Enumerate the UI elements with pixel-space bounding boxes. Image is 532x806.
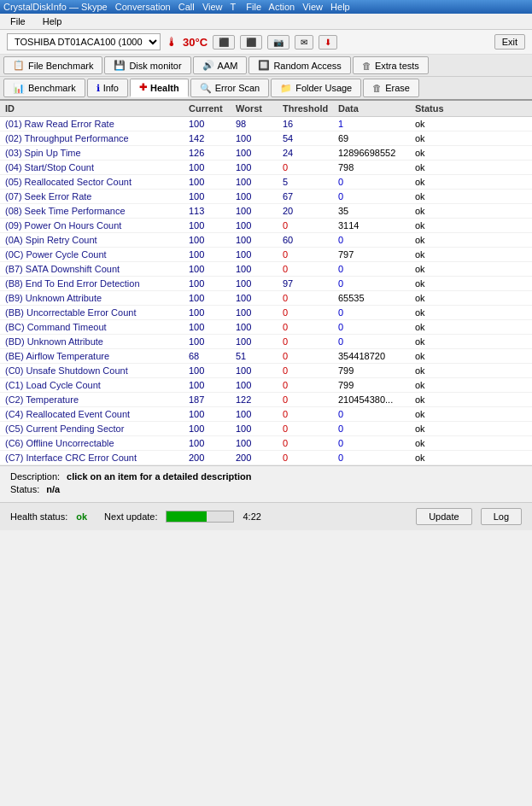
table-row[interactable]: (C2) Temperature 187 122 0 210454380... … <box>0 393 532 407</box>
row-id: (B8) End To End Error Detection <box>3 278 187 289</box>
row-threshold: 0 <box>281 351 336 361</box>
row-id: (B9) Unknown Attribute <box>3 293 187 303</box>
copy-btn2[interactable]: ⬛ <box>240 35 262 50</box>
exit-button[interactable]: Exit <box>494 34 525 50</box>
table-row[interactable]: (C6) Offline Uncorrectable 100 100 0 0 o… <box>0 436 532 451</box>
table-row[interactable]: (09) Power On Hours Count 100 100 0 3114… <box>0 219 532 233</box>
table-row[interactable]: (BC) Command Timeout 100 100 0 0 ok <box>0 320 532 335</box>
row-id: (0A) Spin Retry Count <box>3 235 187 245</box>
tab-folder-usage[interactable]: 📁 Folder Usage <box>271 79 361 97</box>
row-threshold: 20 <box>281 206 336 216</box>
table-row[interactable]: (07) Seek Error Rate 100 100 67 0 ok <box>0 190 532 204</box>
description-value: click on an item for a detailed descript… <box>67 471 251 482</box>
row-data: 0 <box>336 409 413 419</box>
menu-file[interactable]: File <box>7 15 29 27</box>
table-row[interactable]: (B7) SATA Downshift Count 100 100 0 0 ok <box>0 262 532 277</box>
menu-help[interactable]: Help <box>39 15 66 27</box>
table-row[interactable]: (03) Spin Up Time 126 100 24 12896698552… <box>0 146 532 161</box>
row-worst: 100 <box>234 264 281 274</box>
row-id: (C2) Temperature <box>3 394 187 405</box>
row-current: 100 <box>187 177 234 187</box>
table-row[interactable]: (BD) Unknown Attribute 100 100 0 0 ok <box>0 335 532 349</box>
row-id: (01) Raw Read Error Rate <box>3 119 187 129</box>
table-row[interactable]: (C4) Reallocated Event Count 100 100 0 0… <box>0 407 532 422</box>
row-worst: 100 <box>234 423 281 434</box>
update-button[interactable]: Update <box>416 508 471 525</box>
log-button[interactable]: Log <box>481 508 522 525</box>
row-id: (BB) Uncorrectable Error Count <box>3 307 187 318</box>
row-threshold: 0 <box>281 293 336 303</box>
health-status-label: Health status: <box>10 511 67 522</box>
row-data: 0 <box>336 423 413 434</box>
tab-error-scan[interactable]: 🔍 Error Scan <box>190 79 270 97</box>
row-id: (C1) Load Cycle Count <box>3 380 187 390</box>
toolbar: TOSHIBA DT01ACA100 (1000 gB) 🌡 30°C ⬛ ⬛ … <box>0 30 532 55</box>
table-row[interactable]: (0C) Power Cycle Count 100 100 0 797 ok <box>0 248 532 262</box>
tab-random-access[interactable]: 🔲 Random Access <box>248 56 350 74</box>
row-threshold: 0 <box>281 365 336 376</box>
table-row[interactable]: (05) Reallocated Sector Count 100 100 5 … <box>0 175 532 190</box>
table-row[interactable]: (08) Seek Time Performance 113 100 20 35… <box>0 204 532 219</box>
row-status: ok <box>413 177 465 187</box>
random-access-icon: 🔲 <box>258 60 270 71</box>
row-current: 68 <box>187 351 234 361</box>
row-status: ok <box>413 162 465 172</box>
row-data: 0 <box>336 322 413 332</box>
row-current: 100 <box>187 162 234 172</box>
tab-erase[interactable]: 🗑 Erase <box>363 79 419 97</box>
row-id: (B7) SATA Downshift Count <box>3 264 187 274</box>
row-id: (08) Seek Time Performance <box>3 206 187 216</box>
table-row[interactable]: (B9) Unknown Attribute 100 100 0 65535 o… <box>0 291 532 306</box>
tab-health[interactable]: ✚ Health <box>130 79 189 97</box>
row-worst: 100 <box>234 206 281 216</box>
row-current: 100 <box>187 293 234 303</box>
table-row[interactable]: (C5) Current Pending Sector 100 100 0 0 … <box>0 422 532 436</box>
row-data: 0 <box>336 235 413 245</box>
row-current: 100 <box>187 438 234 448</box>
row-status: ok <box>413 423 465 434</box>
row-current: 100 <box>187 322 234 332</box>
tab-row2: 📊 Benchmark ℹ Info ✚ Health 🔍 Error Scan… <box>0 77 532 101</box>
drive-select[interactable]: TOSHIBA DT01ACA100 (1000 gB) <box>7 33 161 50</box>
row-data: 354418720 <box>336 351 413 361</box>
table-body: (01) Raw Read Error Rate 100 98 16 1 ok … <box>0 117 532 465</box>
table-row[interactable]: (01) Raw Read Error Rate 100 98 16 1 ok <box>0 117 532 131</box>
row-threshold: 97 <box>281 278 336 289</box>
row-data: 0 <box>336 278 413 289</box>
table-row[interactable]: (C1) Load Cycle Count 100 100 0 799 ok <box>0 378 532 393</box>
row-status: ok <box>413 235 465 245</box>
row-worst: 100 <box>234 307 281 318</box>
tab-row1: 📋 File Benchmark 💾 Disk monitor 🔊 AAM 🔲 … <box>0 55 532 77</box>
row-status: ok <box>413 293 465 303</box>
status-value: n/a <box>46 484 60 494</box>
tab-info[interactable]: ℹ Info <box>87 79 128 97</box>
tab-disk-monitor[interactable]: 💾 Disk monitor <box>104 56 190 74</box>
table-row[interactable]: (0A) Spin Retry Count 100 100 60 0 ok <box>0 233 532 248</box>
row-current: 100 <box>187 220 234 231</box>
row-id: (09) Power On Hours Count <box>3 220 187 231</box>
row-data: 0 <box>336 438 413 448</box>
row-status: ok <box>413 394 465 405</box>
table-row[interactable]: (B8) End To End Error Detection 100 100 … <box>0 277 532 291</box>
table-row[interactable]: (BB) Uncorrectable Error Count 100 100 0… <box>0 306 532 320</box>
row-worst: 100 <box>234 380 281 390</box>
table-row[interactable]: (C0) Unsafe Shutdown Count 100 100 0 799… <box>0 364 532 378</box>
table-row[interactable]: (04) Start/Stop Count 100 100 0 798 ok <box>0 161 532 175</box>
tab-extra-tests[interactable]: 🗑 Extra tests <box>353 56 429 74</box>
table-row[interactable]: (02) Throughput Performance 142 100 54 6… <box>0 131 532 146</box>
down-btn[interactable]: ⬇ <box>319 35 337 50</box>
row-current: 100 <box>187 249 234 260</box>
row-data: 1 <box>336 119 413 129</box>
tab-benchmark[interactable]: 📊 Benchmark <box>3 79 85 97</box>
camera-btn[interactable]: 📷 <box>267 35 289 50</box>
row-worst: 100 <box>234 148 281 158</box>
table-row[interactable]: (C7) Interface CRC Error Count 200 200 0… <box>0 451 532 465</box>
row-threshold: 0 <box>281 409 336 419</box>
row-worst: 100 <box>234 191 281 202</box>
mail-btn[interactable]: ✉ <box>295 35 313 50</box>
tab-aam[interactable]: 🔊 AAM <box>193 56 248 74</box>
copy-btn1[interactable]: ⬛ <box>213 35 235 50</box>
table-row[interactable]: (BE) Airflow Temperature 68 51 0 3544187… <box>0 349 532 364</box>
row-threshold: 0 <box>281 220 336 231</box>
tab-file-benchmark[interactable]: 📋 File Benchmark <box>3 56 102 74</box>
